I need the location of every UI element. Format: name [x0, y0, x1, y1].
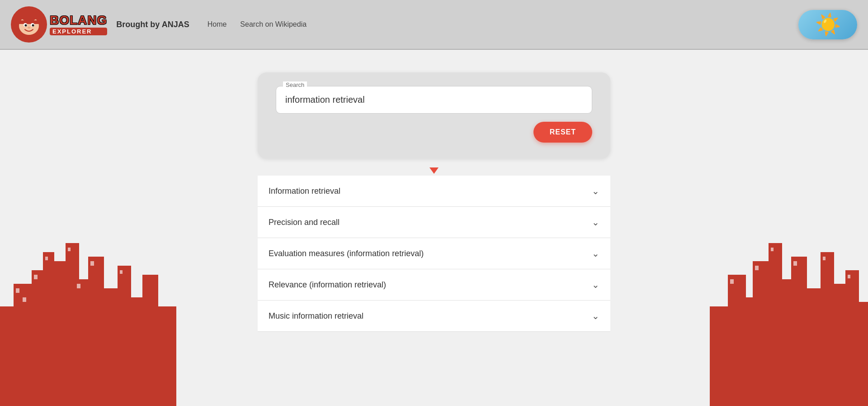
- nav-links: Home Search on Wikipedia: [208, 20, 307, 29]
- chevron-down-icon: ⌄: [592, 217, 599, 228]
- logo-bolang-text: BOLANG: [50, 14, 107, 27]
- nav-home[interactable]: Home: [208, 20, 227, 29]
- logo-character-icon: [13, 9, 45, 40]
- logo-area: BOLANG EXPLORER: [11, 6, 107, 43]
- nav-search-wikipedia[interactable]: Search on Wikipedia: [240, 20, 307, 29]
- results-list: Information retrieval ⌄ Precision and re…: [258, 176, 610, 332]
- result-title: Information retrieval: [269, 186, 340, 196]
- chevron-down-icon: ⌄: [592, 186, 599, 196]
- button-row: RESET: [276, 122, 592, 143]
- arrow-down-icon: [429, 167, 439, 174]
- result-title: Relevance (information retrieval): [269, 280, 386, 290]
- header-right: ☀️: [798, 10, 857, 39]
- svg-point-8: [28, 27, 30, 29]
- search-field-wrapper: Search: [276, 86, 592, 114]
- result-item[interactable]: Music information retrieval ⌄: [258, 301, 610, 332]
- logo-explorer-text: EXPLORER: [50, 28, 107, 35]
- result-title: Precision and recall: [269, 218, 340, 227]
- search-label: Search: [283, 81, 307, 88]
- svg-point-6: [25, 24, 27, 27]
- sun-badge: ☀️: [798, 10, 857, 39]
- search-container: Search RESET: [258, 72, 610, 158]
- svg-point-7: [32, 24, 34, 27]
- sun-icon: ☀️: [815, 14, 841, 35]
- search-input[interactable]: [276, 86, 592, 114]
- chevron-down-icon: ⌄: [592, 279, 599, 290]
- result-title: Evaluation measures (information retriev…: [269, 249, 424, 258]
- result-item[interactable]: Precision and recall ⌄: [258, 207, 610, 238]
- brought-by-text: Brought by ANJAS: [116, 20, 189, 29]
- result-item[interactable]: Relevance (information retrieval) ⌄: [258, 269, 610, 301]
- main-content: Search RESET Information retrieval ⌄ Pre…: [0, 50, 868, 350]
- chevron-down-icon: ⌄: [592, 248, 599, 259]
- header: BOLANG EXPLORER Brought by ANJAS Home Se…: [0, 0, 868, 50]
- svg-point-3: [20, 9, 38, 21]
- reset-button[interactable]: RESET: [533, 122, 592, 143]
- chevron-down-icon: ⌄: [592, 310, 599, 321]
- logo-text: BOLANG EXPLORER: [50, 14, 107, 35]
- result-title: Music information retrieval: [269, 311, 363, 321]
- result-item[interactable]: Evaluation measures (information retriev…: [258, 238, 610, 269]
- result-item[interactable]: Information retrieval ⌄: [258, 176, 610, 207]
- logo-circle: [11, 6, 47, 43]
